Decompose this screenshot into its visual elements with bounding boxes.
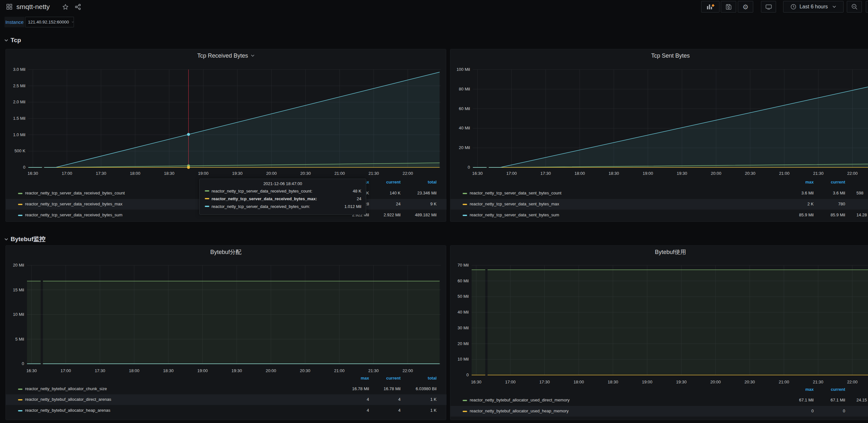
x-axis-label: 20:00: [701, 379, 730, 385]
section-header-bytebuf[interactable]: Bytebuf监控: [4, 235, 45, 243]
x-axis-label: 21:30: [804, 379, 833, 385]
y-axis-label: 40 Mil: [451, 309, 469, 315]
x-axis-label: 18:00: [121, 171, 150, 176]
x-axis-label: 17:00: [53, 171, 81, 176]
legend-series-name[interactable]: reactor_netty_tcp_server_data_received_b…: [25, 191, 125, 195]
x-axis-label: 19:30: [668, 171, 696, 176]
legend-series-name[interactable]: reactor_netty_bytebuf_allocator_used_hea…: [470, 408, 569, 413]
variable-value-dropdown[interactable]: 121.40.92.152:60000: [25, 17, 74, 27]
dashboard-settings-button[interactable]: ⚙: [738, 1, 753, 12]
y-axis-label: 50 Mil: [451, 293, 469, 300]
chart-area[interactable]: [451, 246, 868, 420]
legend-column-header[interactable]: total: [385, 180, 437, 185]
legend-series-name[interactable]: reactor_netty_bytebuf_allocator_used_dir…: [470, 398, 570, 402]
tooltip-series-name: reactor_netty_tcp_server_data_received_b…: [212, 196, 317, 201]
x-axis-label: 20:30: [291, 171, 320, 176]
y-axis-label: 10 Mil: [451, 356, 469, 362]
x-axis-label: 22:00: [393, 368, 422, 374]
x-axis-label: 20:30: [736, 171, 765, 176]
x-axis-label: 17:00: [497, 171, 526, 176]
cycle-view-mode-button[interactable]: [761, 1, 776, 12]
x-axis-label: 17:30: [86, 368, 115, 374]
clock-icon: [790, 4, 796, 10]
legend-value: 0: [794, 408, 845, 413]
legend-value: 6.03980 Bil: [385, 386, 437, 391]
legend-series-dash: [18, 410, 23, 412]
x-axis-label: 20:30: [290, 368, 319, 374]
legend-series-name[interactable]: reactor_netty_tcp_server_data_received_b…: [25, 213, 123, 217]
legend-column-header[interactable]: total: [830, 180, 868, 185]
legend-series-name[interactable]: reactor_netty_bytebuf_allocator_heap_are…: [25, 408, 110, 413]
y-axis-label: 60 Mil: [451, 106, 470, 112]
legend-value: 780: [794, 201, 845, 206]
zoom-out-button[interactable]: [847, 1, 862, 12]
variable-label: Instance: [4, 17, 25, 27]
x-axis-label: 21:00: [769, 379, 798, 385]
legend-value: 24.15: [857, 398, 867, 402]
legend-series-dash: [18, 215, 23, 216]
y-axis-label: 0: [451, 372, 469, 378]
legend-value: 14.28: [857, 213, 867, 217]
x-axis-label: 18:00: [120, 368, 149, 374]
dashboard-grid-icon[interactable]: [6, 4, 12, 10]
legend-series-dash: [18, 193, 23, 194]
x-axis-label: 21:00: [770, 171, 799, 176]
section-title: Bytebuf监控: [10, 235, 45, 243]
y-axis-label: 10 Mil: [6, 312, 24, 317]
legend-series-name[interactable]: reactor_netty_tcp_server_data_received_b…: [25, 201, 123, 206]
tooltip-series-dash: [205, 198, 209, 199]
legend-series-name[interactable]: reactor_netty_tcp_server_data_sent_bytes…: [470, 191, 561, 195]
legend-series-dash: [18, 399, 23, 400]
chart-tooltip: 2021-12-06 18:47:00reactor_netty_tcp_ser…: [199, 179, 366, 215]
add-panel-button[interactable]: [701, 1, 719, 12]
legend-column-header[interactable]: total: [385, 376, 437, 380]
legend-column-header[interactable]: total: [830, 387, 868, 392]
gear-icon: ⚙: [743, 3, 749, 10]
star-icon[interactable]: [62, 3, 69, 10]
x-axis-label: 19:00: [633, 171, 662, 176]
x-axis-label: 16:30: [17, 368, 46, 374]
x-axis-label: 18:00: [564, 379, 593, 385]
legend-value: 3.6 Mil: [794, 191, 845, 195]
section-title: Tcp: [10, 37, 21, 44]
legend-series-name[interactable]: reactor_netty_tcp_server_data_sent_bytes…: [470, 201, 559, 206]
zoom-out-icon: [851, 3, 858, 10]
y-axis-label: 0: [6, 165, 25, 170]
tooltip-row: reactor_netty_tcp_server_data_received_b…: [199, 202, 366, 210]
x-axis-label: 19:00: [189, 171, 218, 176]
y-axis-label: 2.0 Mil: [6, 99, 25, 105]
x-axis-label: 20:00: [702, 171, 731, 176]
y-axis-label: 3.0 Mil: [6, 67, 25, 73]
y-axis-label: 500 K: [6, 148, 25, 154]
legend-series-name[interactable]: reactor_netty_bytebuf_allocator_direct_a…: [25, 397, 111, 402]
y-axis-label: 60 Mil: [451, 278, 469, 284]
legend-value: 598: [857, 191, 864, 195]
y-axis-label: 100 Mil: [451, 67, 470, 73]
x-axis-label: 21:00: [325, 171, 354, 176]
x-axis-label: 18:30: [599, 171, 628, 176]
panel-3: Bytebuf使用010 Mil20 Mil30 Mil40 Mil50 Mil…: [450, 245, 868, 420]
x-axis-label: 19:00: [188, 368, 217, 374]
legend-series-dash: [463, 400, 467, 401]
share-icon[interactable]: [75, 4, 81, 10]
chevron-down-icon: [4, 238, 8, 241]
y-axis-label: 70 Mil: [451, 262, 469, 268]
legend-series-dash: [463, 411, 467, 412]
y-axis-label: 1.5 Mil: [6, 116, 25, 121]
x-axis-label: 16:30: [463, 171, 492, 176]
legend-series-name[interactable]: reactor_netty_bytebuf_allocator_chunk_si…: [25, 386, 107, 391]
refresh-button[interactable]: [866, 1, 868, 12]
section-header-tcp[interactable]: Tcp: [4, 36, 21, 45]
time-range-picker[interactable]: Last 6 hours: [783, 1, 843, 12]
x-axis-label: 19:00: [633, 379, 661, 385]
chart-area[interactable]: [451, 49, 868, 222]
x-axis-label: 16:30: [18, 171, 47, 176]
x-axis-label: 18:00: [565, 171, 594, 176]
legend-value: 9 K: [385, 201, 437, 206]
y-axis-label: 30 Mil: [451, 325, 469, 331]
x-axis-label: 19:30: [667, 379, 696, 385]
legend-series-name[interactable]: reactor_netty_tcp_server_data_sent_bytes…: [470, 213, 559, 217]
save-dashboard-button[interactable]: [721, 1, 736, 12]
y-axis-label: 40 Mil: [451, 125, 470, 131]
x-axis-label: 19:30: [223, 171, 252, 176]
